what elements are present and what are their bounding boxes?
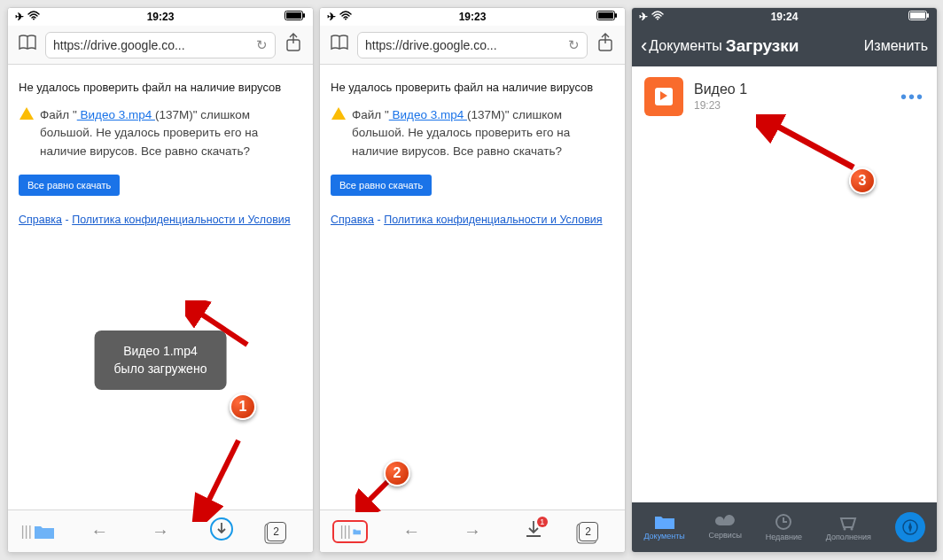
bottom-toolbar: ||| ← → 2 [8,509,313,552]
battery-icon [596,11,618,23]
folder-button-highlighted[interactable]: ||| [332,520,368,543]
policy-link[interactable]: Политика конфиденциальности и Условия [384,214,602,226]
status-bar: ✈ 19:24 [632,8,937,26]
status-bar: ✈ 19:23 [8,8,313,26]
share-icon[interactable] [595,33,616,57]
nav-compass[interactable] [895,512,925,542]
status-time: 19:23 [459,11,487,23]
back-button[interactable]: ← [394,521,429,541]
page-content: Не удалось проверить файл на наличие вир… [320,65,625,509]
downloads-button[interactable]: 1 [516,518,551,544]
airplane-icon: ✈ [639,11,648,23]
policy-link[interactable]: Политика конфиденциальности и Условия [72,214,290,226]
video-file-icon [644,77,683,116]
svg-rect-17 [927,13,929,18]
svg-point-8 [345,19,347,20]
page-content: Не удалось проверить файл на наличие вир… [8,65,313,509]
tabs-button[interactable]: 2 [265,522,300,541]
file-row[interactable]: Видео 1 19:23 ••• [632,66,937,127]
folder-button[interactable]: ||| [20,524,56,540]
warning-body: Файл " Видео 3.mp4 (137M)" слишком больш… [352,106,614,160]
downloads-button[interactable] [204,517,239,546]
file-time: 19:23 [694,99,890,112]
book-icon[interactable] [17,34,38,56]
phone-screenshot-3: ✈ 19:24 ‹ Документы Загрузки Изменить Ви… [631,7,938,553]
docs-header: ‹ Документы Загрузки Изменить [632,26,937,66]
nav-documents[interactable]: Документы [643,514,684,541]
svg-point-14 [657,19,659,20]
back-button[interactable]: ← [82,521,117,541]
tabs-count: 2 [579,522,598,541]
url-field[interactable]: https://drive.google.co... ↻ [357,32,588,58]
tabs-button[interactable]: 2 [577,522,612,541]
book-icon[interactable] [329,34,350,56]
wifi-icon [651,11,664,23]
nav-services[interactable]: Сервисы [709,515,742,540]
download-anyway-button[interactable]: Все равно скачать [331,175,432,196]
url-text: https://drive.google.co... [53,38,185,52]
forward-button[interactable]: → [455,521,490,541]
warning-icon [331,106,347,160]
edit-button[interactable]: Изменить [864,38,928,54]
refresh-icon[interactable]: ↻ [256,37,268,53]
forward-button[interactable]: → [143,521,178,541]
status-bar: ✈ 19:23 [320,8,625,26]
svg-rect-11 [615,13,617,18]
download-complete-toast: Видео 1.mp4 было загружено [95,331,227,390]
svg-rect-3 [303,13,305,18]
download-anyway-button[interactable]: Все равно скачать [19,175,120,196]
compass-icon [895,512,925,542]
bottom-nav: Документы Сервисы Недавние Дополнения [632,502,937,552]
bottom-toolbar: ||| ← → 1 2 [320,509,625,552]
svg-point-20 [851,528,853,531]
svg-rect-16 [910,12,925,19]
browser-address-bar: https://drive.google.co... ↻ [320,26,625,65]
back-label: Документы [649,38,721,54]
battery-icon [908,11,930,23]
refresh-icon[interactable]: ↻ [568,37,580,53]
wifi-icon [27,11,40,23]
svg-point-0 [33,19,35,20]
help-link[interactable]: Справка [19,214,62,226]
nav-addons[interactable]: Дополнения [826,513,871,541]
phone-screenshot-1: ✈ 19:23 https://drive.google.co... ↻ Не … [7,7,314,553]
svg-point-19 [844,528,846,531]
wifi-icon [339,11,352,23]
file-link[interactable]: Видео 3.mp4 [77,108,155,121]
download-badge: 1 [537,517,548,527]
file-link[interactable]: Видео 3.mp4 [389,108,467,121]
url-text: https://drive.google.co... [365,38,497,52]
warning-icon [19,106,35,160]
footer-links: Справка - Политика конфиденциальности и … [331,214,614,226]
status-time: 19:23 [147,11,175,23]
airplane-icon: ✈ [327,11,336,23]
file-list: Видео 1 19:23 ••• [632,66,937,502]
share-icon[interactable] [283,33,304,57]
url-field[interactable]: https://drive.google.co... ↻ [45,32,276,58]
status-time: 19:24 [771,11,799,23]
footer-links: Справка - Политика конфиденциальности и … [19,214,302,226]
back-to-documents[interactable]: ‹ Документы [641,35,722,58]
help-link[interactable]: Справка [331,214,374,226]
virus-check-heading: Не удалось проверить файл на наличие вир… [19,81,302,94]
battery-icon [284,11,306,23]
folder-title: Загрузки [726,36,799,56]
virus-check-heading: Не удалось проверить файл на наличие вир… [331,81,614,94]
toast-line2: было загружено [114,361,207,378]
tabs-count: 2 [267,522,286,541]
more-options-icon[interactable]: ••• [900,87,924,107]
svg-rect-2 [286,12,301,19]
toast-line1: Видео 1.mp4 [114,343,207,361]
svg-rect-10 [598,12,613,19]
airplane-icon: ✈ [15,11,24,23]
browser-address-bar: https://drive.google.co... ↻ [8,26,313,65]
file-name: Видео 1 [694,82,890,97]
warning-body: Файл " Видео 3.mp4 (137M)" слишком больш… [40,106,302,160]
phone-screenshot-2: ✈ 19:23 https://drive.google.co... ↻ Не … [319,7,626,553]
nav-recent[interactable]: Недавние [766,513,802,541]
chevron-left-icon: ‹ [641,35,647,58]
